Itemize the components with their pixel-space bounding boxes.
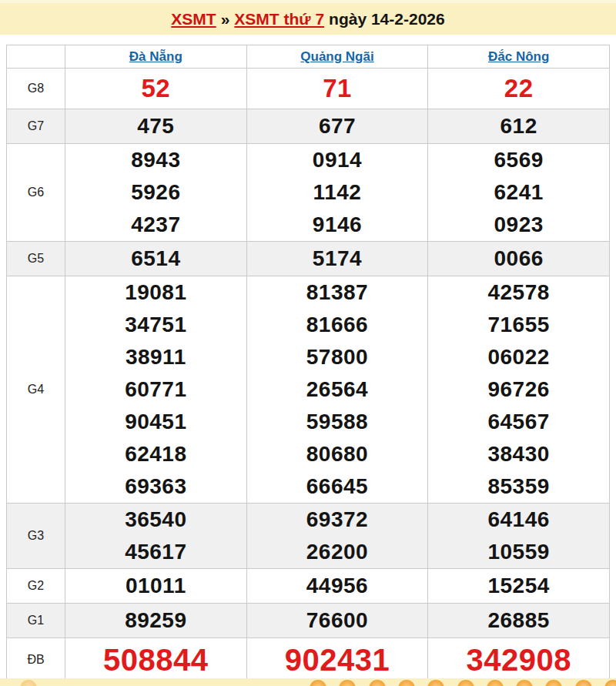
- prize-number: 612: [428, 109, 609, 143]
- prize-value-cell: 342908: [428, 638, 610, 682]
- prize-value-cell: 71: [246, 69, 428, 109]
- prize-number: 10559: [428, 536, 609, 568]
- prize-label-g1: G1: [7, 604, 65, 638]
- lottery-ball-icon: [545, 680, 562, 686]
- province-header-cell: Quảng Ngãi: [246, 45, 428, 69]
- province-header-cell: Đà Nẵng: [65, 45, 247, 69]
- prize-number: 6569: [428, 144, 609, 176]
- prize-number: 81387: [247, 276, 428, 309]
- province-link-da-nang[interactable]: Đà Nẵng: [129, 49, 182, 64]
- lottery-ball-icon: [575, 680, 592, 686]
- prize-row-g5: G5651451740066: [7, 242, 610, 276]
- prize-number: 59588: [247, 406, 428, 438]
- prize-number: 71: [247, 69, 428, 109]
- prize-value-cell: 508844: [65, 638, 247, 682]
- prize-label-g6: G6: [7, 144, 65, 242]
- xsmt-link[interactable]: XSMT: [171, 10, 216, 28]
- prize-number: 26885: [428, 604, 609, 637]
- results-table-body: Đà Nẵng Quảng Ngãi Đắc Nông G8527122G747…: [7, 45, 610, 682]
- prize-number: 01011: [65, 569, 246, 603]
- province-header-cell: Đắc Nông: [428, 45, 610, 69]
- lottery-ball-icon: [20, 680, 37, 686]
- prize-row-g4: G419081347513891160771904516241869363813…: [7, 276, 610, 504]
- prize-number: 81666: [247, 309, 428, 341]
- prize-number: 34751: [65, 309, 246, 341]
- prize-number: 508844: [65, 638, 246, 681]
- prize-value-cell: 3654045617: [65, 504, 247, 569]
- prize-number: 19081: [65, 276, 246, 309]
- prize-number: 62418: [65, 438, 246, 470]
- prize-row-g8: G8527122: [7, 69, 610, 109]
- prize-number: 38430: [428, 438, 609, 470]
- prize-value-cell: 475: [65, 109, 247, 144]
- lottery-ball-icon: [604, 680, 616, 686]
- prize-number: 5926: [65, 176, 246, 209]
- prize-row-g1: G1892597660026885: [7, 604, 610, 638]
- lottery-ball-icon: [339, 680, 356, 686]
- prize-number: 0923: [428, 209, 609, 241]
- lottery-ball-icon: [457, 680, 474, 686]
- prize-number: 76600: [247, 604, 428, 637]
- prize-value-cell: 6414610559: [428, 504, 610, 569]
- prize-value-cell: 15254: [428, 569, 610, 604]
- lottery-ball-icon: [398, 680, 415, 686]
- prize-value-cell: 89259: [65, 604, 247, 638]
- prize-number: 1142: [247, 176, 428, 209]
- prize-value-cell: 22: [428, 69, 610, 109]
- prize-number: 64567: [428, 406, 609, 438]
- province-header-row: Đà Nẵng Quảng Ngãi Đắc Nông: [7, 45, 610, 69]
- prize-row-g7: G7475677612: [7, 109, 610, 144]
- prize-number: 36540: [65, 504, 246, 536]
- prize-value-cell: 6937226200: [246, 504, 428, 569]
- prize-value-cell: 894359264237: [65, 144, 247, 242]
- prize-number: 8943: [65, 144, 246, 176]
- prize-number: 57800: [247, 341, 428, 373]
- prize-row-g2: G2010114495615254: [7, 569, 610, 604]
- prize-number: 80680: [247, 438, 428, 470]
- prize-number: 6514: [65, 242, 246, 276]
- prize-value-cell: 6514: [65, 242, 247, 276]
- prize-number: 52: [65, 69, 246, 109]
- prize-number: 38911: [65, 341, 246, 373]
- draw-date-text: ngày 14-2-2026: [324, 10, 445, 28]
- prize-value-cell: 612: [428, 109, 610, 144]
- prize-number: 45617: [65, 536, 246, 568]
- prize-row-db: ĐB508844902431342908: [7, 638, 610, 682]
- prize-value-cell: 19081347513891160771904516241869363: [65, 276, 247, 504]
- xsmt-day-link[interactable]: XSMT thứ 7: [234, 10, 324, 28]
- prize-number: 22: [428, 69, 609, 109]
- prize-number: 9146: [247, 209, 428, 241]
- prize-number: 64146: [428, 504, 609, 536]
- prize-value-cell: 01011: [65, 569, 247, 604]
- prize-label-db: ĐB: [7, 638, 65, 682]
- lottery-ball-icon: [427, 680, 444, 686]
- prize-value-cell: 81387816665780026564595888068066645: [246, 276, 428, 504]
- prize-number: 26200: [247, 536, 428, 568]
- province-link-quang-ngai[interactable]: Quảng Ngãi: [300, 49, 373, 64]
- page-title: XSMT»XSMT thứ 7ngày 14-2-2026: [171, 10, 444, 28]
- breadcrumb-separator: »: [216, 10, 235, 28]
- prize-number: 69363: [65, 470, 246, 503]
- prize-number: 15254: [428, 569, 609, 603]
- prize-row-g6: G6894359264237091411429146656962410923: [7, 144, 610, 242]
- prize-number: 0066: [428, 242, 609, 276]
- prize-number: 90451: [65, 406, 246, 438]
- prize-number: 60771: [65, 373, 246, 406]
- prize-value-cell: 677: [246, 109, 428, 144]
- prize-label-g4: G4: [7, 276, 65, 504]
- lottery-results-table: Đà Nẵng Quảng Ngãi Đắc Nông G8527122G747…: [6, 45, 610, 682]
- prize-number: 6241: [428, 176, 609, 209]
- prize-number: 5174: [247, 242, 428, 276]
- province-link-dac-nong[interactable]: Đắc Nông: [488, 49, 549, 64]
- prize-number: 06022: [428, 341, 609, 373]
- prize-value-cell: 26885: [428, 604, 610, 638]
- lottery-ball-icon: [487, 680, 504, 686]
- prize-number: 677: [247, 109, 428, 143]
- prize-number: 0914: [247, 144, 428, 176]
- prize-number: 4237: [65, 209, 246, 241]
- prize-number: 475: [65, 109, 246, 143]
- prize-number: 26564: [247, 373, 428, 406]
- prize-number: 42578: [428, 276, 609, 309]
- prize-number: 89259: [65, 604, 246, 637]
- prize-number: 66645: [247, 470, 428, 503]
